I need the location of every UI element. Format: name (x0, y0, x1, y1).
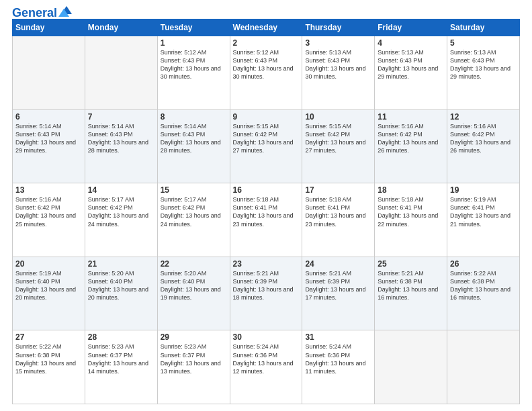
logo-general: General (12, 6, 57, 19)
day-number: 16 (233, 185, 300, 195)
calendar-cell: 19Sunrise: 5:19 AMSunset: 6:41 PMDayligh… (447, 183, 520, 257)
day-info: Sunrise: 5:16 AMSunset: 6:42 PMDaylight:… (15, 195, 82, 228)
day-info: Sunrise: 5:12 AMSunset: 6:43 PMDaylight:… (233, 48, 300, 81)
calendar-cell: 10Sunrise: 5:15 AMSunset: 6:42 PMDayligh… (302, 109, 375, 183)
day-number: 4 (378, 38, 444, 48)
day-info: Sunrise: 5:13 AMSunset: 6:43 PMDaylight:… (305, 48, 371, 81)
day-info: Sunrise: 5:18 AMSunset: 6:41 PMDaylight:… (305, 195, 371, 228)
calendar-cell (375, 330, 447, 404)
day-number: 24 (305, 259, 371, 269)
day-number: 22 (161, 259, 227, 269)
day-number: 17 (305, 185, 371, 195)
day-info: Sunrise: 5:15 AMSunset: 6:42 PMDaylight:… (305, 122, 371, 155)
logo-icon (58, 5, 73, 17)
day-number: 20 (15, 259, 82, 269)
calendar-cell: 12Sunrise: 5:16 AMSunset: 6:42 PMDayligh… (447, 109, 520, 183)
calendar-cell: 9Sunrise: 5:15 AMSunset: 6:42 PMDaylight… (230, 109, 302, 183)
day-number: 1 (161, 38, 227, 48)
day-info: Sunrise: 5:13 AMSunset: 6:43 PMDaylight:… (378, 48, 444, 81)
day-number: 25 (378, 259, 444, 269)
logo-text: General (12, 7, 57, 19)
calendar-cell: 27Sunrise: 5:22 AMSunset: 6:38 PMDayligh… (13, 330, 85, 404)
calendar-cell: 11Sunrise: 5:16 AMSunset: 6:42 PMDayligh… (375, 109, 447, 183)
calendar-cell: 29Sunrise: 5:23 AMSunset: 6:37 PMDayligh… (157, 330, 230, 404)
calendar-cell: 26Sunrise: 5:22 AMSunset: 6:38 PMDayligh… (447, 257, 520, 330)
calendar-cell (13, 36, 85, 110)
calendar-cell: 28Sunrise: 5:23 AMSunset: 6:37 PMDayligh… (85, 330, 157, 404)
day-number: 2 (233, 38, 300, 48)
day-number: 30 (233, 332, 300, 342)
day-info: Sunrise: 5:20 AMSunset: 6:40 PMDaylight:… (88, 269, 154, 302)
calendar-cell: 1Sunrise: 5:12 AMSunset: 6:43 PMDaylight… (157, 36, 230, 110)
day-info: Sunrise: 5:16 AMSunset: 6:42 PMDaylight:… (378, 122, 444, 155)
calendar-cell: 18Sunrise: 5:18 AMSunset: 6:41 PMDayligh… (375, 183, 447, 257)
calendar-cell: 23Sunrise: 5:21 AMSunset: 6:39 PMDayligh… (230, 257, 302, 330)
day-info: Sunrise: 5:15 AMSunset: 6:42 PMDaylight:… (233, 122, 300, 155)
day-info: Sunrise: 5:21 AMSunset: 6:39 PMDaylight:… (233, 269, 300, 302)
day-info: Sunrise: 5:16 AMSunset: 6:42 PMDaylight:… (450, 122, 517, 155)
calendar-cell: 15Sunrise: 5:17 AMSunset: 6:42 PMDayligh… (157, 183, 230, 257)
day-info: Sunrise: 5:23 AMSunset: 6:37 PMDaylight:… (161, 342, 227, 375)
calendar-header-saturday: Saturday (447, 19, 520, 36)
calendar-header-row: SundayMondayTuesdayWednesdayThursdayFrid… (13, 19, 520, 36)
day-number: 6 (15, 112, 82, 122)
day-number: 12 (450, 112, 517, 122)
day-number: 8 (161, 112, 227, 122)
day-info: Sunrise: 5:14 AMSunset: 6:43 PMDaylight:… (161, 122, 227, 155)
calendar-cell: 7Sunrise: 5:14 AMSunset: 6:43 PMDaylight… (85, 109, 157, 183)
day-info: Sunrise: 5:12 AMSunset: 6:43 PMDaylight:… (161, 48, 227, 81)
calendar-cell: 5Sunrise: 5:13 AMSunset: 6:43 PMDaylight… (447, 36, 520, 110)
day-info: Sunrise: 5:18 AMSunset: 6:41 PMDaylight:… (378, 195, 444, 228)
calendar-week-row: 13Sunrise: 5:16 AMSunset: 6:42 PMDayligh… (13, 183, 520, 257)
calendar-cell: 25Sunrise: 5:21 AMSunset: 6:38 PMDayligh… (375, 257, 447, 330)
day-info: Sunrise: 5:17 AMSunset: 6:42 PMDaylight:… (88, 195, 154, 228)
day-info: Sunrise: 5:14 AMSunset: 6:43 PMDaylight:… (88, 122, 154, 155)
calendar-cell: 14Sunrise: 5:17 AMSunset: 6:42 PMDayligh… (85, 183, 157, 257)
day-number: 9 (233, 112, 300, 122)
day-number: 14 (88, 185, 154, 195)
day-number: 27 (15, 332, 82, 342)
day-info: Sunrise: 5:19 AMSunset: 6:41 PMDaylight:… (450, 195, 517, 228)
day-info: Sunrise: 5:18 AMSunset: 6:41 PMDaylight:… (233, 195, 300, 228)
calendar-week-row: 1Sunrise: 5:12 AMSunset: 6:43 PMDaylight… (13, 36, 520, 110)
day-number: 3 (305, 38, 371, 48)
day-info: Sunrise: 5:19 AMSunset: 6:40 PMDaylight:… (15, 269, 82, 302)
calendar-week-row: 6Sunrise: 5:14 AMSunset: 6:43 PMDaylight… (13, 109, 520, 183)
header: General (12, 7, 520, 16)
day-info: Sunrise: 5:24 AMSunset: 6:36 PMDaylight:… (233, 342, 300, 375)
day-number: 18 (378, 185, 444, 195)
page: General SundayMondayTuesdayWednesdayThur… (0, 0, 532, 411)
day-number: 10 (305, 112, 371, 122)
day-number: 26 (450, 259, 517, 269)
calendar-cell: 24Sunrise: 5:21 AMSunset: 6:39 PMDayligh… (302, 257, 375, 330)
day-number: 13 (15, 185, 82, 195)
calendar-table: SundayMondayTuesdayWednesdayThursdayFrid… (12, 19, 520, 404)
day-info: Sunrise: 5:14 AMSunset: 6:43 PMDaylight:… (15, 122, 82, 155)
day-number: 31 (305, 332, 371, 342)
logo: General (12, 7, 73, 16)
calendar-cell: 20Sunrise: 5:19 AMSunset: 6:40 PMDayligh… (13, 257, 85, 330)
calendar-cell (447, 330, 520, 404)
day-number: 28 (88, 332, 154, 342)
day-number: 19 (450, 185, 517, 195)
calendar-cell: 6Sunrise: 5:14 AMSunset: 6:43 PMDaylight… (13, 109, 85, 183)
day-info: Sunrise: 5:20 AMSunset: 6:40 PMDaylight:… (161, 269, 227, 302)
day-number: 15 (161, 185, 227, 195)
calendar-header-thursday: Thursday (302, 19, 375, 36)
calendar-cell: 2Sunrise: 5:12 AMSunset: 6:43 PMDaylight… (230, 36, 302, 110)
day-info: Sunrise: 5:21 AMSunset: 6:39 PMDaylight:… (305, 269, 371, 302)
day-info: Sunrise: 5:13 AMSunset: 6:43 PMDaylight:… (450, 48, 517, 81)
day-info: Sunrise: 5:22 AMSunset: 6:38 PMDaylight:… (15, 342, 82, 375)
calendar-cell: 21Sunrise: 5:20 AMSunset: 6:40 PMDayligh… (85, 257, 157, 330)
calendar-week-row: 27Sunrise: 5:22 AMSunset: 6:38 PMDayligh… (13, 330, 520, 404)
calendar-cell: 3Sunrise: 5:13 AMSunset: 6:43 PMDaylight… (302, 36, 375, 110)
calendar-cell: 13Sunrise: 5:16 AMSunset: 6:42 PMDayligh… (13, 183, 85, 257)
day-number: 29 (161, 332, 227, 342)
day-number: 11 (378, 112, 444, 122)
calendar-week-row: 20Sunrise: 5:19 AMSunset: 6:40 PMDayligh… (13, 257, 520, 330)
day-number: 5 (450, 38, 517, 48)
calendar-cell: 17Sunrise: 5:18 AMSunset: 6:41 PMDayligh… (302, 183, 375, 257)
day-info: Sunrise: 5:21 AMSunset: 6:38 PMDaylight:… (378, 269, 444, 302)
calendar-cell: 4Sunrise: 5:13 AMSunset: 6:43 PMDaylight… (375, 36, 447, 110)
calendar-header-tuesday: Tuesday (157, 19, 230, 36)
